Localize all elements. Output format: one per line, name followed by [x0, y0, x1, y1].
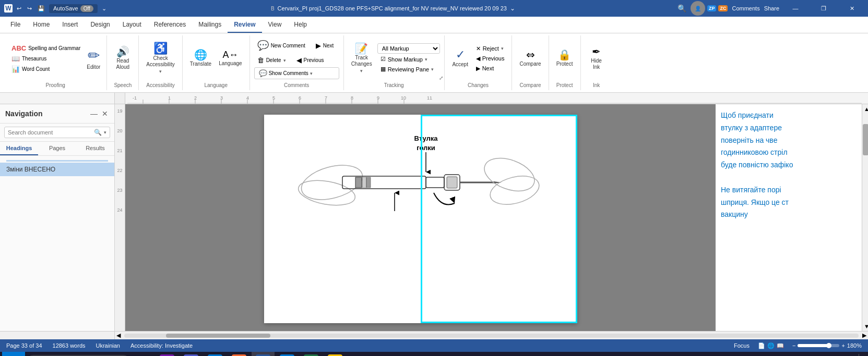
markup-dropdown[interactable]: All Markup Simple Markup No Markup Origi…	[377, 43, 440, 54]
share-btn[interactable]: Share	[764, 5, 779, 11]
autosave-label: AutoSave	[53, 5, 78, 11]
redo-btn[interactable]: ↪	[25, 4, 34, 13]
spelling-grammar-btn[interactable]: ABC Spelling and Grammar	[8, 43, 84, 53]
delete-comment-btn[interactable]: 🗑 Delete ▾	[254, 54, 289, 66]
accept-btn[interactable]: ✓ Accept	[449, 47, 472, 70]
reject-btn[interactable]: ✕ Reject ▾	[473, 44, 508, 53]
tracking-expand[interactable]: ⤢	[439, 75, 443, 81]
tab-layout[interactable]: Layout	[116, 17, 148, 33]
scrollbar-down[interactable]: ▼	[862, 322, 868, 331]
editor-icon: ✏	[88, 47, 100, 64]
word-count-label: Word Count	[22, 66, 50, 72]
thesaurus-btn[interactable]: 📖 Thesaurus	[8, 54, 84, 64]
undo-btn[interactable]: ↩	[15, 4, 23, 13]
taskbar-app-explorer[interactable]: 📁	[324, 352, 347, 356]
search-icon[interactable]: 🔍	[677, 4, 686, 13]
h-scroll-track[interactable]	[124, 334, 859, 338]
language-btn[interactable]: A↔ Language	[216, 48, 245, 69]
zoom-handle[interactable]	[826, 343, 831, 348]
view-print-btn[interactable]: 📄	[758, 342, 765, 349]
show-markup-btn[interactable]: ☑ Show Markup ▾	[377, 55, 440, 64]
zoom-slider[interactable]	[798, 344, 839, 347]
tab-file[interactable]: File	[4, 17, 27, 33]
nav-tab-headings[interactable]: Headings	[0, 142, 38, 155]
doc-scroll[interactable]: Втулка голки	[125, 104, 716, 331]
start-btn[interactable]	[2, 352, 25, 356]
show-comments-btn[interactable]: 💬 Show Comments ▾	[254, 67, 339, 79]
title-dropdown[interactable]: ⌄	[510, 5, 515, 12]
svg-text:7: 7	[325, 95, 327, 101]
compare-btn[interactable]: ⇔ Compare	[516, 47, 544, 69]
taskbar-app-excel[interactable]: X	[300, 352, 323, 356]
tab-mailings[interactable]: Mailings	[192, 17, 228, 33]
prev-change-btn[interactable]: ◀ Previous	[473, 54, 508, 63]
protect-btn[interactable]: 🔒 Protect	[553, 47, 576, 69]
hide-ink-btn[interactable]: ✒ HideInk	[585, 44, 608, 72]
group-comments: 💬 New Comment ▶ Next 🗑 Delete ▾	[250, 35, 344, 90]
translate-icon: 🌐	[194, 50, 207, 60]
taskbar-app-teams[interactable]: T	[180, 352, 203, 356]
zoom-in-btn[interactable]: +	[841, 342, 845, 349]
diagram-area: Втулка голки	[264, 115, 577, 252]
comments-header-btn[interactable]: Comments	[732, 5, 759, 11]
new-comment-btn[interactable]: 💬 New Comment	[254, 38, 308, 53]
doc-area[interactable]: 19 20 21 22 23 24 Вт	[115, 104, 868, 331]
check-accessibility-btn[interactable]: ♿ CheckAccessibility ▾	[143, 41, 177, 76]
read-aloud-btn[interactable]: 🔊 ReadAloud	[111, 44, 134, 72]
h-scroll-left[interactable]: ◀	[115, 332, 122, 339]
tab-review[interactable]: Review	[228, 17, 261, 33]
v-scrollbar[interactable]: ▲ ▼	[862, 104, 868, 331]
customize-qat[interactable]: ⌄	[100, 5, 109, 12]
protect-icon: 🔒	[558, 50, 571, 60]
autosave-toggle[interactable]: AutoSave Off	[49, 4, 98, 13]
taskbar-task-view[interactable]: ⊞	[132, 352, 154, 356]
h-scroll-right[interactable]: ▶	[861, 332, 868, 339]
h-scrollbar[interactable]: ◀ ▶	[115, 332, 868, 339]
nav-tab-results[interactable]: Results	[76, 142, 114, 155]
reviewing-pane-label: Reviewing Pane	[388, 66, 430, 72]
focus-btn[interactable]: Focus	[734, 342, 750, 349]
search-input[interactable]	[8, 129, 92, 136]
next-change-btn[interactable]: ▶ Next	[473, 64, 508, 73]
tab-references[interactable]: References	[148, 17, 192, 33]
previous-comment-btn[interactable]: ◀ Previous	[293, 54, 327, 66]
tab-design[interactable]: Design	[84, 17, 116, 33]
nav-tab-pages[interactable]: Pages	[38, 142, 76, 155]
taskbar-app-onenote[interactable]: O	[156, 352, 179, 356]
taskbar-app-word[interactable]: W	[252, 352, 275, 356]
word-count-btn[interactable]: 📊 Word Count	[8, 64, 84, 74]
tab-home[interactable]: Home	[27, 17, 56, 33]
save-btn[interactable]: 💾	[35, 4, 47, 13]
nav-collapse-btn[interactable]: —	[89, 108, 99, 119]
nav-close-btn[interactable]: ✕	[101, 108, 109, 119]
taskbar-app-edge[interactable]: 🌐	[204, 352, 227, 356]
view-web-btn[interactable]: 🌐	[767, 342, 775, 349]
taskbar-app-snagit[interactable]: S	[228, 352, 251, 356]
tab-help[interactable]: Help	[288, 17, 313, 33]
editor-label: Editor	[87, 64, 100, 70]
right-text-line2: втулку з адаптере	[721, 124, 782, 132]
tab-insert[interactable]: Insert	[56, 17, 84, 33]
close-button[interactable]: ✕	[840, 0, 864, 17]
show-markup-dropdown: ▾	[425, 57, 427, 62]
ruler-v-tick-19: 19	[117, 108, 122, 114]
track-changes-btn[interactable]: 📝 TrackChanges ▾	[348, 41, 375, 76]
h-scroll-thumb[interactable]	[166, 334, 270, 338]
scrollbar-thumb[interactable]	[863, 124, 868, 155]
scrollbar-up[interactable]: ▲	[862, 104, 868, 114]
show-desktop-btn[interactable]	[859, 354, 862, 356]
translate-btn[interactable]: 🌐 Translate	[187, 47, 215, 69]
tab-view[interactable]: View	[262, 17, 288, 33]
view-read-btn[interactable]: 📖	[777, 342, 784, 349]
reviewing-pane-btn[interactable]: ▦ Reviewing Pane ▾	[377, 65, 440, 73]
nav-heading-item-zminy[interactable]: Зміни ВНЕСЕНО	[0, 163, 114, 176]
search-dropdown[interactable]: ▾	[104, 130, 106, 135]
language-icon: A↔	[222, 50, 238, 59]
restore-button[interactable]: ❐	[812, 0, 836, 17]
minimize-button[interactable]: —	[783, 0, 807, 17]
taskbar-app-outlook[interactable]: O	[276, 352, 299, 356]
compare-tools: ⇔ Compare	[516, 35, 544, 81]
zoom-out-btn[interactable]: −	[792, 342, 795, 349]
nav-search-box[interactable]: 🔍 ▾	[4, 127, 110, 138]
next-comment-btn[interactable]: ▶ Next	[313, 40, 337, 52]
